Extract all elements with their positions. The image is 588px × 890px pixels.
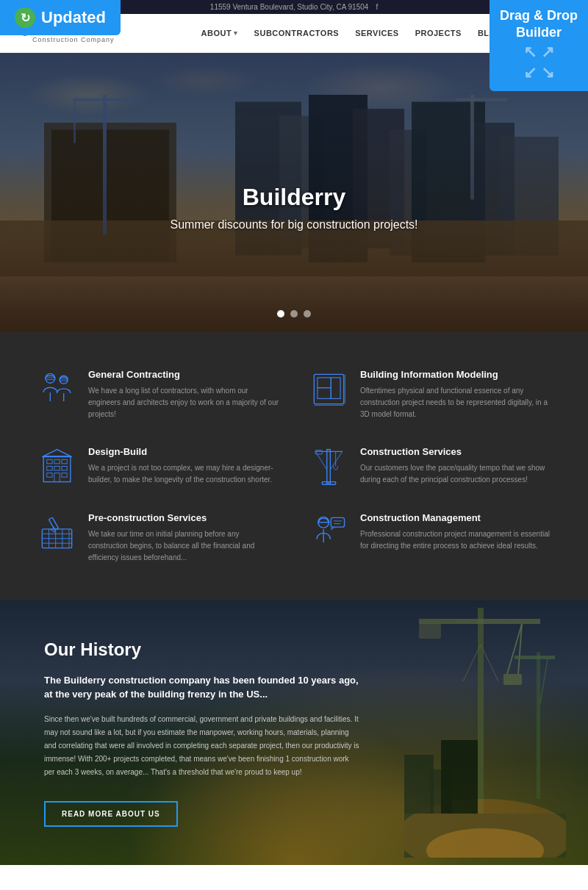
svg-line-43 xyxy=(330,451,343,470)
service-desc-4: Our customers love the pace/quality temp… xyxy=(360,462,551,486)
svg-rect-63 xyxy=(478,608,484,814)
service-content-design-build: Design-Build We a project is not too com… xyxy=(88,446,279,486)
service-title-6: Construction Management xyxy=(360,512,551,523)
services-section: General Contracting We have a long list … xyxy=(0,332,588,600)
svg-rect-78 xyxy=(404,755,434,814)
service-desc-5: We take our time on initial planning bef… xyxy=(88,528,279,564)
drag-drop-line2: Builder xyxy=(516,25,562,40)
svg-rect-40 xyxy=(327,450,331,484)
blueprint-icon xyxy=(309,369,349,409)
hero-dots xyxy=(277,310,311,317)
manager-icon xyxy=(309,512,349,553)
service-content-construction: Construction Services Our customers love… xyxy=(360,446,551,486)
svg-rect-69 xyxy=(419,624,441,639)
svg-point-17 xyxy=(46,373,55,383)
svg-rect-32 xyxy=(62,459,67,464)
workers-icon xyxy=(37,369,77,409)
nav-projects[interactable]: PROJECTS xyxy=(415,29,462,37)
service-item-management: Construction Management Professional con… xyxy=(309,512,551,564)
svg-rect-68 xyxy=(503,674,522,685)
svg-rect-34 xyxy=(54,467,60,471)
svg-rect-26 xyxy=(331,378,340,398)
dot-3[interactable] xyxy=(304,310,311,317)
svg-rect-25 xyxy=(318,388,331,399)
svg-rect-74 xyxy=(514,656,555,659)
svg-rect-23 xyxy=(314,374,343,403)
service-title-5: Pre-construction Services xyxy=(88,512,279,523)
history-body: Since then we've built hundreds of comme… xyxy=(44,713,360,779)
hero-title: Builderry xyxy=(170,184,417,211)
history-text: Our History The Builderry construction c… xyxy=(44,639,360,827)
service-title-2: Building Information Modeling xyxy=(360,369,551,380)
dot-1[interactable] xyxy=(277,310,284,317)
service-desc-3: We a project is not too complex, we may … xyxy=(88,462,279,486)
svg-rect-80 xyxy=(441,740,478,814)
svg-rect-38 xyxy=(54,473,60,482)
service-item-general-contracting: General Contracting We have a long list … xyxy=(37,369,279,420)
svg-rect-30 xyxy=(47,459,52,464)
service-item-bim: Building Information Modeling Oftentimes… xyxy=(309,369,551,420)
service-item-preconstruction: Pre-construction Services We take our ti… xyxy=(37,512,279,564)
service-title-3: Design-Build xyxy=(88,446,279,457)
hero-section: Builderry Summer discounts for big const… xyxy=(0,53,588,332)
arrows-icon: ↖ ↗↙ ↘ xyxy=(500,42,578,84)
crane-small-icon xyxy=(309,446,349,487)
hero-text: Builderry Summer discounts for big const… xyxy=(170,184,417,232)
nav-about[interactable]: ABOUT xyxy=(201,29,238,37)
nav-subcontractors[interactable]: SUBCONTRACTORS xyxy=(254,29,340,37)
svg-rect-37 xyxy=(62,473,67,478)
service-content-preconstruction: Pre-construction Services We take our ti… xyxy=(88,512,279,564)
updated-label: Updated xyxy=(41,8,106,27)
svg-rect-24 xyxy=(318,378,331,388)
sync-icon: ↻ xyxy=(15,7,35,28)
service-content-bim: Building Information Modeling Oftentimes… xyxy=(360,369,551,420)
building-icon xyxy=(37,446,77,487)
read-more-button[interactable]: READ MORE ABOUT US xyxy=(44,801,178,827)
svg-rect-73 xyxy=(537,652,540,799)
svg-rect-36 xyxy=(47,473,52,478)
svg-rect-35 xyxy=(62,467,67,471)
svg-rect-33 xyxy=(47,467,52,471)
drag-drop-badge: Drag & Drop Builder ↖ ↗↙ ↘ xyxy=(490,0,588,91)
dot-2[interactable] xyxy=(290,310,298,317)
svg-rect-18 xyxy=(46,378,55,380)
service-title-1: General Contracting xyxy=(88,369,279,380)
service-item-construction: Construction Services Our customers love… xyxy=(309,446,551,487)
svg-rect-20 xyxy=(60,379,68,381)
address-text: 11559 Ventura Boulevard, Studio City, CA… xyxy=(210,3,369,11)
hero-subtitle: Summer discounts for big construction pr… xyxy=(170,218,417,232)
service-desc-2: Oftentimes physical and functional essen… xyxy=(360,385,551,420)
svg-rect-31 xyxy=(54,459,60,464)
history-lead: The Builderry construction company has b… xyxy=(44,673,360,702)
service-title-4: Construction Services xyxy=(360,446,551,457)
brand-subtitle: Construction Company xyxy=(32,36,115,43)
svg-rect-29 xyxy=(43,456,71,482)
history-section: Our History The Builderry construction c… xyxy=(0,600,588,865)
service-content-general-contracting: General Contracting We have a long list … xyxy=(88,369,279,420)
history-heading: Our History xyxy=(44,639,360,660)
svg-line-75 xyxy=(540,659,548,703)
service-content-management: Construction Management Professional con… xyxy=(360,512,551,552)
nav-services[interactable]: SERVICES xyxy=(355,29,398,37)
svg-rect-60 xyxy=(331,517,344,527)
service-desc-6: Professional construction project manage… xyxy=(360,528,551,552)
updated-badge: ↻ Updated xyxy=(0,0,121,35)
service-desc-1: We have a long list of contractors, with… xyxy=(88,385,279,420)
history-crane-svg xyxy=(404,608,566,858)
service-item-design-build: Design-Build We a project is not too com… xyxy=(37,446,279,487)
services-grid: General Contracting We have a long list … xyxy=(37,369,551,564)
social-links: f xyxy=(376,3,378,11)
svg-rect-65 xyxy=(419,619,456,622)
blueprint2-icon xyxy=(37,512,77,553)
drag-drop-line1: Drag & Drop xyxy=(500,8,578,23)
